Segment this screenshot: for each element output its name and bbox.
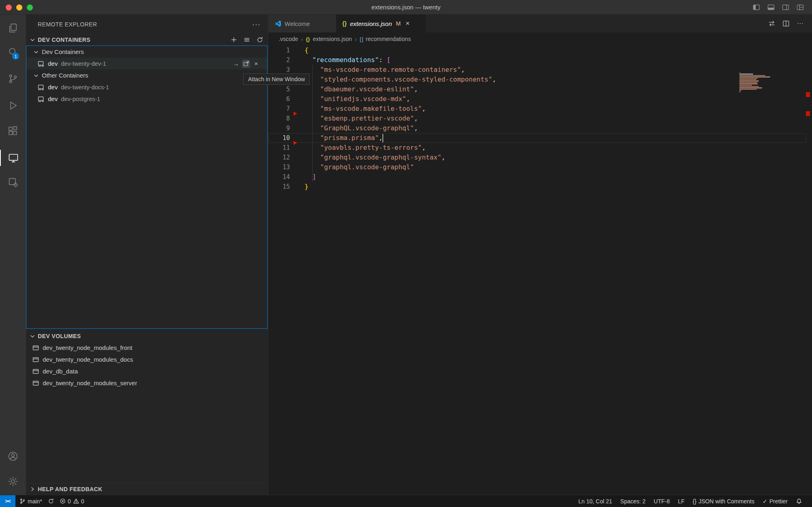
container-row-dev-postgres-1[interactable]: dev dev-postgres-1 [26,93,267,105]
gutter-marker-icon [294,112,297,116]
code-line-7[interactable]: 7 "ms-vscode.makefile-tools", [268,104,812,114]
code-line-8[interactable]: 8 "esbenp.prettier-vscode", [268,114,812,123]
container-icon [37,60,45,67]
tree-group-other-containers[interactable]: Other Containers [26,69,267,81]
volume-row[interactable]: dev_twenty_node_modules_front [26,342,268,354]
code-line-9[interactable]: 9 "GraphQL.vscode-graphql", [268,123,812,133]
formatter-status[interactable]: ✓ Prettier [762,498,788,505]
line-number[interactable]: 14 [268,173,290,181]
breadcrumb-symbol[interactable]: recommendations [366,36,411,42]
warning-icon [73,498,79,504]
help-feedback-section-header[interactable]: HELP AND FEEDBACK [26,483,268,495]
breadcrumbs: .vscode › {} extensions.json › [ ] recom… [268,32,812,45]
toggle-sidebar-right-icon[interactable] [781,3,790,12]
code-line-14[interactable]: 14 ] [268,172,812,182]
encoding-status[interactable]: UTF-8 [654,498,670,505]
split-editor-icon[interactable] [782,19,790,28]
tree-group-dev-containers[interactable]: Dev Containers [26,46,267,58]
line-number[interactable]: 6 [268,95,290,103]
add-container-icon[interactable] [230,36,238,44]
dev-volumes-section-header[interactable]: DEV VOLUMES [26,330,268,342]
problems-status[interactable]: 0 0 [60,498,84,505]
line-number[interactable]: 8 [268,115,290,122]
breadcrumb-file[interactable]: extensions.json [313,36,352,42]
explorer-icon[interactable] [0,20,26,36]
code-line-11[interactable]: 11 "yoavbls.pretty-ts-errors", [268,143,812,153]
remote-explorer-icon[interactable] [0,150,26,166]
code-editor[interactable]: 1{2 "recommendations": [3 "ms-vscode-rem… [268,45,812,495]
source-control-icon[interactable] [0,71,26,87]
tab-welcome[interactable]: Welcome [268,15,337,32]
code-line-12[interactable]: 12 "graphql.vscode-graphql-syntax", [268,153,812,162]
line-number[interactable]: 15 [268,183,290,190]
extensions-icon[interactable] [0,123,26,139]
container-row-dev-twenty-docs-1[interactable]: dev dev-twenty-docs-1 [26,81,267,93]
git-branch-status[interactable]: main* [19,498,42,505]
close-window-button[interactable] [6,4,12,11]
code-line-6[interactable]: 6 "unifiedjs.vscode-mdx", [268,94,812,104]
code-text: "dbaeumer.vscode-eslint", [304,84,418,94]
titlebar: extensions.json — twenty [0,0,812,15]
open-changes-icon[interactable] [767,19,776,28]
code-line-4[interactable]: 4 "styled-components.vscode-styled-compo… [268,75,812,84]
sync-changes-icon[interactable] [48,498,54,504]
chevron-down-icon [29,333,36,339]
code-line-5[interactable]: 5 "dbaeumer.vscode-eslint", [268,84,812,94]
indentation-status[interactable]: Spaces: 2 [620,498,646,505]
breadcrumb-folder[interactable]: .vscode [279,36,298,42]
toggle-sidebar-left-icon[interactable] [752,3,761,12]
code-text: "graphql.vscode-graphql" [304,162,414,172]
chevron-down-icon [29,37,36,43]
volume-row[interactable]: dev_db_data [26,365,268,377]
line-number[interactable]: 11 [268,144,290,151]
code-text: "GraphQL.vscode-graphql", [304,123,418,133]
more-actions-icon[interactable]: ··· [796,19,805,28]
code-line-1[interactable]: 1{ [268,45,812,55]
line-number[interactable]: 13 [268,164,290,171]
line-number[interactable]: 1 [268,47,290,54]
line-number[interactable]: 9 [268,125,290,132]
tab-extensions-json[interactable]: {} extensions.json M × [337,15,426,32]
close-tab-icon[interactable]: × [406,19,410,28]
container-row-dev-twenty-dev-1[interactable]: dev dev-twenty-dev-1 → × [26,58,267,69]
attach-new-window-icon[interactable] [242,60,250,68]
attach-container-icon[interactable]: → [232,60,240,68]
container-row-actions: → × [232,60,260,68]
eol-status[interactable]: LF [678,498,685,505]
code-line-10[interactable]: 10 "prisma.prisma", [268,133,812,143]
line-number[interactable]: 3 [268,66,290,73]
code-line-13[interactable]: 13 "graphql.vscode-graphql" [268,162,812,172]
code-line-15[interactable]: 15} [268,182,812,192]
notifications-bell-icon[interactable] [796,498,802,505]
chevron-right-icon [29,486,36,492]
code-line-2[interactable]: 2 "recommendations": [ [268,55,812,65]
line-number[interactable]: 2 [268,56,290,64]
toggle-panel-icon[interactable] [767,3,775,12]
filter-list-icon[interactable] [243,36,251,44]
line-number[interactable]: 10 [268,134,290,142]
dev-containers-section-header[interactable]: DEV CONTAINERS [26,34,268,45]
code-text: "unifiedjs.vscode-mdx", [304,94,410,104]
sidebar-more-actions-icon[interactable]: ··· [252,20,261,29]
refresh-icon[interactable] [256,36,264,44]
volume-row[interactable]: dev_twenty_node_modules_server [26,377,268,389]
volume-row[interactable]: dev_twenty_node_modules_docs [26,354,268,365]
array-symbol-icon: [ ] [360,36,363,42]
code-line-3[interactable]: 3 "ms-vscode-remote.remote-containers", [268,65,812,75]
minimize-window-button[interactable] [16,4,22,11]
stop-container-icon[interactable]: × [252,60,260,68]
cursor-position-status[interactable]: Ln 10, Col 21 [579,498,612,505]
accounts-icon[interactable] [0,448,26,464]
remote-indicator[interactable]: >< [0,495,15,507]
customize-layout-icon[interactable] [796,3,805,12]
line-number[interactable]: 12 [268,154,290,161]
line-number[interactable]: 5 [268,86,290,93]
settings-gear-icon[interactable] [0,473,26,490]
container-icon [37,95,45,103]
run-debug-icon[interactable] [0,97,26,114]
sidebar-title-row: REMOTE EXPLORER ··· [26,15,268,34]
line-number[interactable]: 7 [268,105,290,112]
zoom-window-button[interactable] [27,4,33,11]
language-mode-status[interactable]: {} JSON with Comments [693,498,754,505]
containers-icon[interactable] [0,174,26,190]
